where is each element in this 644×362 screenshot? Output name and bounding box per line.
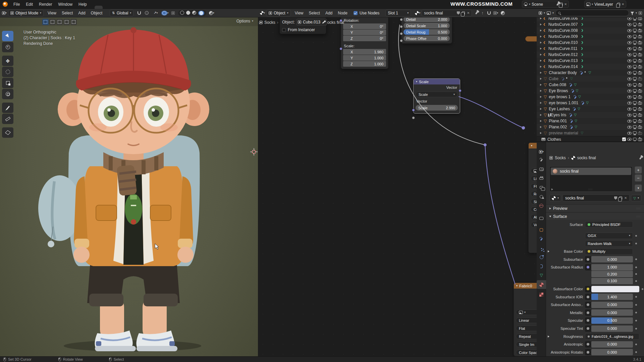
workspace-tab[interactable] [95,6,103,9]
snap-magnet-icon[interactable] [138,11,141,15]
close-icon[interactable]: ✕ [564,3,567,6]
socket-chip[interactable] [585,349,591,355]
expand-arrow-icon[interactable] [540,102,542,104]
outliner-row[interactable]: Cube [537,76,644,82]
image-option-dropdown[interactable]: Color Sp [531,206,537,212]
hide-eye-icon[interactable] [627,132,632,135]
image-selector[interactable]: ▾ [531,168,537,174]
collection-checkbox[interactable] [622,137,626,141]
hide-eye-icon[interactable] [627,114,632,117]
disable-render-icon[interactable] [638,102,642,105]
hide-eye-icon[interactable] [627,23,632,26]
app-menu-item[interactable]: Help [75,0,90,9]
disable-viewport-icon[interactable] [633,53,637,56]
disable-render-icon[interactable] [638,126,642,129]
radius-field[interactable]: 1.000 [591,264,633,270]
disable-render-icon[interactable] [638,78,642,81]
expand-arrow-icon[interactable] [540,29,542,32]
measure-tool-button[interactable] [2,114,13,124]
add-cube-tool-button[interactable] [2,127,13,138]
copy-icon[interactable] [560,3,563,6]
tab-collection[interactable] [537,214,546,223]
outliner-row[interactable]: NurbsCurve.010 [537,40,644,46]
viewport-menu-item[interactable]: Add [75,11,88,15]
hide-eye-icon[interactable] [627,47,632,50]
tab-texture[interactable] [537,290,546,299]
socket-chip[interactable] [585,325,591,332]
outliner-row[interactable]: Cube.008 [537,82,644,88]
expand-arrow-icon[interactable] [548,336,549,338]
tab-object[interactable] [537,226,546,234]
hide-eye-icon[interactable] [627,65,632,68]
scale-mode-dropdown[interactable]: Scale ▾ [416,92,458,97]
edge-image-texture-node[interactable]: ▾ ▾ Linear Flat Repeat Single I Color Sp [528,142,537,253]
node-number-field[interactable]: Detail Roug 0.500 [404,29,450,35]
fake-user-shield-icon[interactable] [614,196,617,200]
disable-render-icon[interactable] [638,114,642,117]
material-shading-icon[interactable] [192,11,196,15]
vector-input-socket[interactable] [412,109,415,112]
image-option-dropdown[interactable]: Linear [531,176,537,181]
disable-viewport-icon[interactable] [633,138,637,140]
socket-chip[interactable] [585,256,591,262]
snap-target-icon[interactable] [493,11,497,15]
lasso-select-icon[interactable] [63,19,70,25]
disable-render-icon[interactable] [638,90,642,93]
tab-physics[interactable] [537,253,546,261]
editor-type-icon[interactable] [539,11,542,15]
subsurface-ior-field[interactable]: 1.400 [591,294,633,300]
move-tool-button[interactable]: ✥ [2,56,13,66]
input-socket[interactable] [400,39,403,42]
copy-icon[interactable] [617,3,620,6]
display-mode-icon[interactable] [547,11,551,15]
disable-viewport-icon[interactable] [633,47,637,50]
disable-render-icon[interactable] [638,84,642,87]
disable-render-icon[interactable] [638,138,642,141]
proportional-edit-icon[interactable] [145,11,149,15]
unlink-icon[interactable]: ✕ [624,196,627,200]
filter-settings-icon[interactable] [639,11,642,15]
socket-chip[interactable] [585,317,591,324]
image-option-dropdown[interactable]: Linear [516,317,537,323]
mode-dropdown[interactable]: Object Mode ▾ [8,10,44,16]
expand-arrow-icon[interactable] [540,23,542,25]
workspace-tab[interactable] [103,6,111,9]
outliner-row[interactable]: NurbsCurve.007 [537,21,644,27]
node-menu-item[interactable]: Add [323,11,335,15]
input-socket[interactable] [400,25,403,28]
surface-shader-field[interactable]: Principled BSDF [585,221,633,228]
scale-input-socket[interactable] [412,116,415,119]
disable-viewport-icon[interactable] [633,71,637,74]
outliner-row[interactable]: Eye Brows [537,88,644,94]
disable-viewport-icon[interactable] [633,35,637,38]
tab-scene[interactable] [537,192,546,201]
clip-icon[interactable] [501,11,505,15]
disable-viewport-icon[interactable] [633,131,637,134]
expand-arrow-icon[interactable] [548,250,549,252]
hide-eye-icon[interactable] [627,77,632,80]
material-ball-icon[interactable] [415,11,419,15]
disable-render-icon[interactable] [638,17,642,20]
tab-material[interactable] [537,280,546,289]
disable-render-icon[interactable] [638,120,642,123]
disable-render-icon[interactable] [638,108,642,111]
node-canvas[interactable]: › Socks › socks final Object: Cube.013 [258,17,537,356]
outliner-row[interactable]: NurbsCurve.009 [537,34,644,40]
image-selector[interactable]: ▾ Fa [516,309,537,315]
hide-eye-icon[interactable] [627,29,632,32]
snap-magnet-icon[interactable] [487,11,491,15]
fake-user-shield-icon[interactable] [457,11,460,15]
disable-viewport-icon[interactable] [633,29,637,32]
outliner-row[interactable]: Eyes Iris [537,112,644,118]
outliner-row[interactable]: Plane.001 [537,118,644,124]
tab-world[interactable] [537,201,546,210]
properties-editor[interactable]: ▾ Socks › [537,142,644,356]
expand-arrow-icon[interactable] [540,114,542,116]
workspace-tab[interactable] [127,6,135,9]
expand-arrow-icon[interactable] [540,17,542,19]
outliner-row[interactable]: NurbsCurve.011 [537,46,644,52]
transform-tool-button[interactable] [2,89,13,99]
tab-object-data[interactable] [537,271,546,280]
workspace-tab[interactable] [167,6,175,9]
outliner[interactable]: NurbsCurve.006 [537,9,644,142]
